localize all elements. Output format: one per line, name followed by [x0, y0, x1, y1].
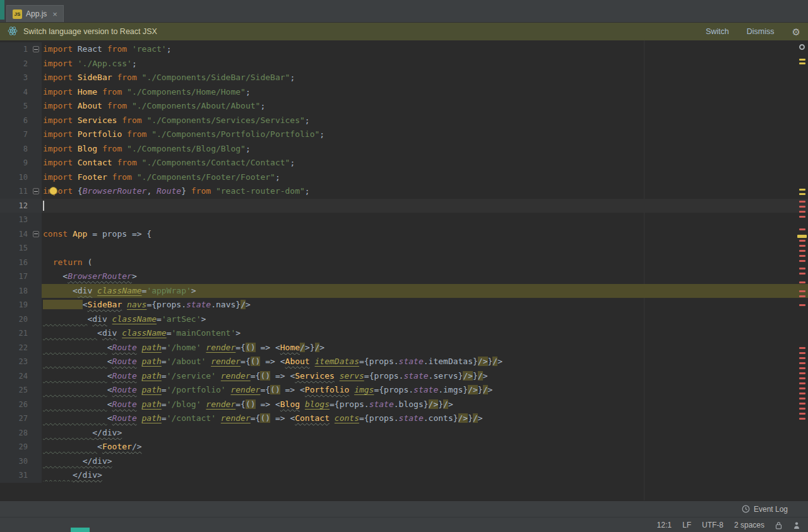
code-line[interactable]: 15 [0, 241, 808, 256]
error-stripe-mark[interactable] [799, 245, 805, 247]
error-stripe-mark[interactable] [799, 367, 805, 369]
warning-stripe-mark[interactable] [797, 235, 807, 238]
error-stripe-mark[interactable] [799, 362, 805, 364]
event-log-button[interactable]: Event Log [742, 505, 788, 514]
taskbar-sliver [71, 528, 90, 532]
error-stripe-mark[interactable] [799, 304, 805, 306]
error-stripe-mark[interactable] [799, 228, 805, 230]
code-line[interactable]: 21 <div className='mainContent'> [0, 326, 808, 341]
code-text: <Route path='/portfolio' render={() => <… [42, 383, 808, 398]
code-line[interactable]: 20 <div className='artSec'> [0, 312, 808, 327]
error-stripe-mark[interactable] [799, 347, 805, 349]
switch-action[interactable]: Switch [706, 27, 729, 36]
code-line[interactable]: 23 <Route path='/about' render={() => <A… [0, 355, 808, 369]
code-line[interactable]: 6import Services from "./Components/Serv… [0, 114, 808, 128]
line-number: 20 [0, 312, 42, 327]
tab-appjs[interactable]: JS App.js × [6, 5, 64, 22]
error-stripe-mark[interactable] [799, 387, 805, 389]
error-stripe-mark[interactable] [799, 260, 805, 262]
readonly-lock-icon[interactable] [775, 521, 782, 529]
code-line[interactable]: 19 <SideBar navs={props.state.navs}/> [0, 298, 808, 312]
status-bar: 12:1 LF UTF-8 2 spaces [0, 517, 808, 532]
code-line[interactable]: 31 </div> [0, 468, 808, 483]
code-text: <div className='artSec'> [42, 312, 808, 327]
code-line[interactable]: 9import Contact from "./Components/Conta… [0, 156, 808, 170]
line-number: 5 [0, 99, 42, 114]
error-stripe-mark[interactable] [799, 352, 805, 354]
code-line[interactable]: 8import Blog from "./Components/Blog/Blo… [0, 142, 808, 157]
code-line[interactable]: 18 <div className='appWrap'> [0, 284, 808, 299]
code-line[interactable]: 30 </div> [0, 454, 808, 469]
error-stripe-mark[interactable] [799, 295, 805, 297]
code-line[interactable]: 2import './App.css'; [0, 57, 808, 71]
code-editor[interactable]: 1import React from 'react';2import './Ap… [0, 40, 808, 500]
dismiss-action[interactable]: Dismiss [747, 27, 775, 36]
error-stripe-mark[interactable] [799, 413, 805, 415]
encoding-widget[interactable]: UTF-8 [702, 521, 723, 529]
code-text: import Footer from "./Components/Footer/… [42, 170, 808, 185]
fold-marker-icon[interactable] [33, 46, 39, 52]
fold-marker-icon[interactable] [33, 231, 39, 237]
code-line[interactable]: 4import Home from "./Components/Home/Hom… [0, 85, 808, 100]
tab-close-icon[interactable]: × [52, 9, 57, 19]
error-stripe-mark[interactable] [799, 377, 805, 379]
code-line[interactable]: 13 [0, 213, 808, 227]
error-stripe-mark[interactable] [799, 403, 805, 405]
error-stripe-mark[interactable] [799, 240, 805, 242]
error-stripe-mark[interactable] [799, 398, 805, 399]
error-stripe-mark[interactable] [799, 393, 805, 394]
line-number: 23 [0, 355, 42, 369]
line-number: 12 [0, 199, 42, 213]
warning-stripe-mark[interactable] [799, 193, 805, 195]
error-stripe-mark[interactable] [799, 418, 805, 420]
error-stripe-mark[interactable] [799, 216, 805, 218]
code-line[interactable]: 16 return ( [0, 256, 808, 270]
warning-stripe-mark[interactable] [799, 189, 805, 191]
code-text: import React from 'react'; [42, 42, 808, 57]
error-stripe-mark[interactable] [799, 250, 805, 252]
code-line[interactable]: 25 <Route path='/portfolio' render={() =… [0, 383, 808, 398]
error-stripe-mark[interactable] [799, 255, 805, 257]
code-text: </div> [42, 468, 808, 483]
bottom-dock: Event Log 12:1 LF UTF-8 2 spaces [0, 500, 808, 532]
code-text: import './App.css'; [42, 57, 808, 71]
code-line[interactable]: 7import Portfolio from "./Components/Por… [0, 127, 808, 142]
code-line[interactable]: 11import {BrowserRouter, Route} from "re… [0, 184, 808, 199]
line-number: 6 [0, 114, 42, 128]
code-line[interactable]: 22 <Route path='/home' render={() => <Ho… [0, 341, 808, 355]
code-line[interactable]: 1import React from 'react'; [0, 42, 808, 57]
code-line[interactable]: 27 <Route path='/contact' render={() => … [0, 411, 808, 426]
code-line[interactable]: 12 [0, 199, 808, 213]
caret-position-widget[interactable]: 12:1 [657, 521, 672, 529]
error-stripe-mark[interactable] [799, 273, 805, 275]
code-line[interactable]: 3import SideBar from "./Components/SideB… [0, 71, 808, 85]
code-line[interactable]: 29 <Footer/> [0, 440, 808, 454]
error-stripe-mark[interactable] [799, 211, 805, 213]
error-stripe-mark[interactable] [799, 372, 805, 374]
error-stripe-mark[interactable] [799, 382, 805, 384]
error-stripe-mark[interactable] [799, 268, 805, 269]
intention-bulb-icon[interactable] [49, 187, 57, 195]
code-line[interactable]: 10import Footer from "./Components/Foote… [0, 170, 808, 185]
line-separator-widget[interactable]: LF [682, 521, 691, 529]
error-stripe-mark[interactable] [799, 290, 805, 292]
indent-widget[interactable]: 2 spaces [734, 521, 764, 529]
warning-stripe-mark[interactable] [799, 62, 805, 64]
error-stripe-mark[interactable] [799, 281, 805, 283]
code-line[interactable]: 17 <BrowserRouter> [0, 269, 808, 284]
error-stripe-mark[interactable] [799, 201, 805, 203]
warning-stripe-mark[interactable] [799, 59, 805, 61]
error-stripe-mark[interactable] [799, 206, 805, 208]
event-log-label: Event Log [754, 505, 788, 514]
scrollbar-error-stripe[interactable] [797, 0, 807, 532]
error-stripe-mark[interactable] [799, 408, 805, 410]
line-number: 15 [0, 241, 42, 256]
fold-marker-icon[interactable] [33, 188, 39, 194]
code-line[interactable]: 28 </div> [0, 426, 808, 440]
line-number: 22 [0, 341, 42, 355]
code-line[interactable]: 14const App = props => { [0, 227, 808, 242]
error-stripe-mark[interactable] [799, 357, 805, 359]
code-line[interactable]: 5import About from "./Components/About/A… [0, 99, 808, 114]
code-line[interactable]: 26 <Route path='/blog' render={() => <Bl… [0, 398, 808, 412]
code-line[interactable]: 24 <Route path='/service' render={() => … [0, 369, 808, 384]
